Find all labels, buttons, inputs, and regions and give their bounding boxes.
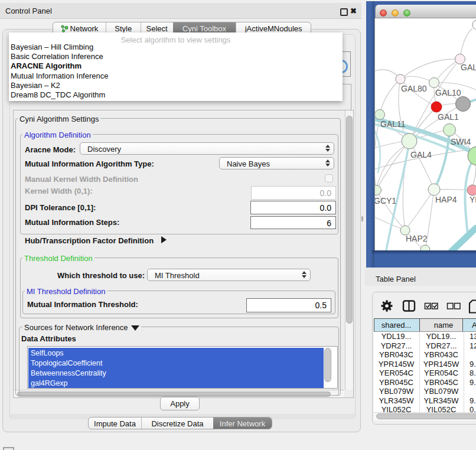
svg-text:HAP4: HAP4	[435, 195, 457, 204]
svg-text:GAL4: GAL4	[410, 150, 432, 159]
svg-text:GAL10: GAL10	[435, 88, 461, 97]
svg-text:GAL1: GAL1	[438, 112, 459, 122]
svg-text:SWI4: SWI4	[451, 137, 471, 146]
svg-text:HAP2: HAP2	[406, 234, 428, 243]
svg-text:GAL80: GAL80	[401, 84, 427, 93]
svg-text:GAL8: GAL8	[461, 63, 476, 72]
svg-text:YD: YD	[470, 195, 476, 204]
svg-text:GCY1: GCY1	[375, 196, 396, 206]
svg-text:GAL11: GAL11	[380, 119, 406, 129]
